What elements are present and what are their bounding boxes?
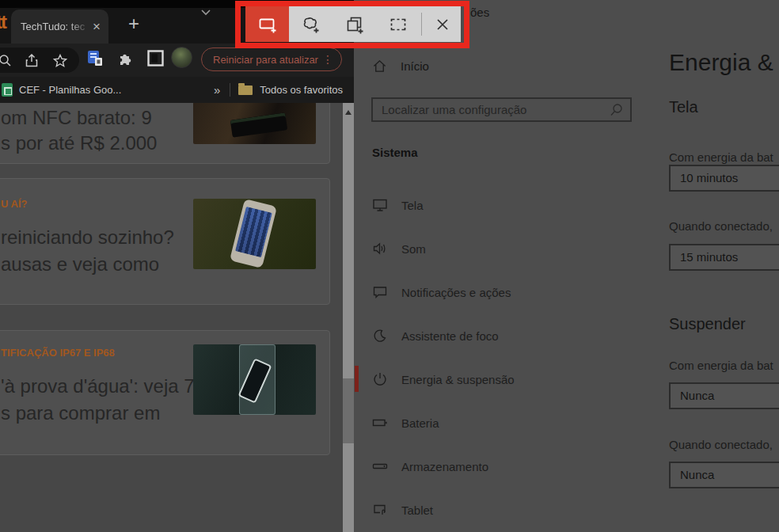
relaunch-update-label: Reiniciar para atualizar <box>213 54 318 66</box>
bookmarks-folder-icon <box>238 86 253 95</box>
scroll-up-arrow-icon[interactable] <box>345 110 352 115</box>
tab-search-chevron-icon[interactable] <box>200 6 212 21</box>
sidebar-item-armazenamento[interactable]: Armazenamento <box>354 450 648 482</box>
address-bar[interactable] <box>0 48 79 73</box>
article-headline-line[interactable]: reiniciando sozinho? <box>1 225 174 250</box>
sidebar-item-energia-suspensao[interactable]: Energia & suspensão <box>354 363 648 395</box>
sidebar-item-tela[interactable]: Tela <box>354 189 648 221</box>
rectangular-snip-button[interactable] <box>245 6 289 42</box>
screen-battery-timeout-dropdown[interactable]: 10 minutos <box>669 165 779 192</box>
bookmarks-divider <box>230 83 230 97</box>
sidebar-item-tablet[interactable]: Tablet <box>354 494 648 526</box>
bookmarks-overflow-icon[interactable]: » <box>214 83 220 97</box>
article-card[interactable]: TIFICAÇÃO IP67 E IP68 'à prova d'água': … <box>0 330 330 455</box>
sidebar-item-label: Energia & suspensão <box>401 373 515 386</box>
sleep-plugged-timeout-dropdown[interactable]: Nunca <box>669 462 779 488</box>
notifications-icon <box>372 284 388 300</box>
sidebar-item-bateria[interactable]: Bateria <box>354 407 648 439</box>
sleep-battery-timeout-dropdown[interactable]: Nunca <box>669 382 779 409</box>
all-favorites-folder[interactable]: Todos os favoritos <box>260 84 343 96</box>
techtudo-logo-fragment: tt <box>0 11 6 33</box>
window-snip-button[interactable] <box>332 6 376 42</box>
browser-window: tt TechTudo: tec × + <box>0 0 354 532</box>
speaker-icon <box>372 241 388 256</box>
settings-search-input[interactable]: Localizar uma configuração <box>371 97 632 122</box>
browser-toolbar: Reiniciar para atualizar ⋮ <box>0 44 354 77</box>
battery-icon <box>372 415 388 431</box>
sidebar-item-label: Notificações e ações <box>401 286 511 299</box>
close-icon <box>434 16 451 33</box>
screen-plugged-timeout-dropdown[interactable]: 15 minutos <box>669 244 779 271</box>
article-headline-line[interactable]: om NFC barato: 9 <box>1 105 152 131</box>
freeform-snip-icon <box>301 14 321 35</box>
profile-avatar[interactable] <box>171 47 192 68</box>
dropdown-value: Nunca <box>680 468 714 481</box>
article-thumbnail-payment-terminal[interactable] <box>193 103 316 144</box>
tab-title: TechTudo: tec <box>21 21 91 32</box>
tab-techtudo[interactable]: TechTudo: tec × <box>11 10 108 44</box>
share-icon[interactable] <box>25 54 39 70</box>
selected-item-accent-bar <box>355 366 359 392</box>
sidebar-item-label: Assistente de foco <box>401 329 499 343</box>
article-thumbnail-phone-in-water[interactable] <box>193 344 316 415</box>
search-icon <box>609 103 623 117</box>
dropdown-value: 10 minutos <box>680 171 738 184</box>
fullscreen-snip-button[interactable] <box>376 6 420 42</box>
home-icon <box>372 59 387 74</box>
settings-window-title-fragment: ões <box>470 6 489 19</box>
settings-home-link[interactable]: Início <box>372 59 429 74</box>
freeform-snip-button[interactable] <box>289 6 332 42</box>
bookmarks-bar: CEF - Planilhas Goo... » Todos os favori… <box>0 77 354 103</box>
article-headline-line[interactable]: s por até R$ 2.000 <box>1 131 157 156</box>
power-icon <box>372 371 388 387</box>
dropdown-value: 15 minutos <box>680 250 738 264</box>
display-icon <box>372 197 388 213</box>
sidebar-item-som[interactable]: Som <box>354 233 648 264</box>
page-content: om NFC barato: 9 s por até R$ 2.000 U AÍ… <box>0 103 354 532</box>
field-label: Com energia da bat <box>669 150 773 164</box>
zoom-icon[interactable] <box>0 54 12 70</box>
article-category[interactable]: TIFICAÇÃO IP67 E IP68 <box>1 347 115 359</box>
article-headline-line[interactable]: s para comprar em <box>1 401 160 426</box>
group-heading-tela: Tela <box>669 98 698 116</box>
settings-window: ões Início Localizar uma configuração Si… <box>354 0 779 532</box>
article-card[interactable]: U AÍ? reiniciando sozinho? ausas e veja … <box>0 178 330 305</box>
settings-section-header: Sistema <box>372 146 418 159</box>
tablet-icon <box>372 502 388 518</box>
settings-search-placeholder: Localizar uma configuração <box>382 103 609 116</box>
sidebar-item-label: Armazenamento <box>401 460 488 473</box>
field-label: Quando conectado, <box>669 219 773 233</box>
bookmark-item[interactable]: CEF - Planilhas Goo... <box>19 84 121 96</box>
sidebar-item-notificacoes[interactable]: Notificações e ações <box>354 276 648 308</box>
bookmark-star-icon[interactable] <box>53 54 67 70</box>
group-heading-suspender: Suspender <box>669 315 746 333</box>
article-headline-line[interactable]: ausas e veja como <box>1 252 159 277</box>
dark-mode-extension-icon[interactable] <box>147 50 164 70</box>
google-sheets-icon <box>2 83 13 97</box>
extensions-puzzle-icon[interactable] <box>117 50 134 70</box>
screen: tt TechTudo: tec × + <box>0 0 779 532</box>
article-card[interactable]: om NFC barato: 9 s por até R$ 2.000 <box>0 103 330 164</box>
fullscreen-snip-icon <box>388 14 408 35</box>
rectangular-snip-icon <box>257 14 278 35</box>
energy-settings-pane: Energia & Tela Com energia da bat 10 min… <box>669 0 779 532</box>
dropdown-value: Nunca <box>680 389 714 402</box>
field-label: Quando conectado, <box>669 438 773 451</box>
article-category[interactable]: U AÍ? <box>1 198 27 210</box>
scrollbar-thumb[interactable] <box>343 378 354 443</box>
window-snip-icon <box>344 14 365 35</box>
tab-close-icon[interactable]: × <box>91 20 102 33</box>
page-scrollbar[interactable] <box>343 103 354 532</box>
storage-icon <box>372 458 388 474</box>
article-thumbnail-iphone-hand[interactable] <box>193 199 316 269</box>
snip-close-button[interactable] <box>424 6 461 42</box>
article-headline-line[interactable]: 'à prova d'água': veja 7 <box>1 374 195 399</box>
browser-menu-icon[interactable]: ⋮ <box>322 53 333 66</box>
sidebar-item-label: Som <box>401 242 426 256</box>
docs-extension-icon[interactable] <box>87 50 104 70</box>
sidebar-item-assistente-de-foco[interactable]: Assistente de foco <box>354 320 648 352</box>
relaunch-update-button[interactable]: Reiniciar para atualizar ⋮ <box>201 48 342 71</box>
settings-home-label: Início <box>401 59 429 73</box>
snip-toolbar <box>245 6 461 42</box>
new-tab-button[interactable]: + <box>123 13 145 35</box>
